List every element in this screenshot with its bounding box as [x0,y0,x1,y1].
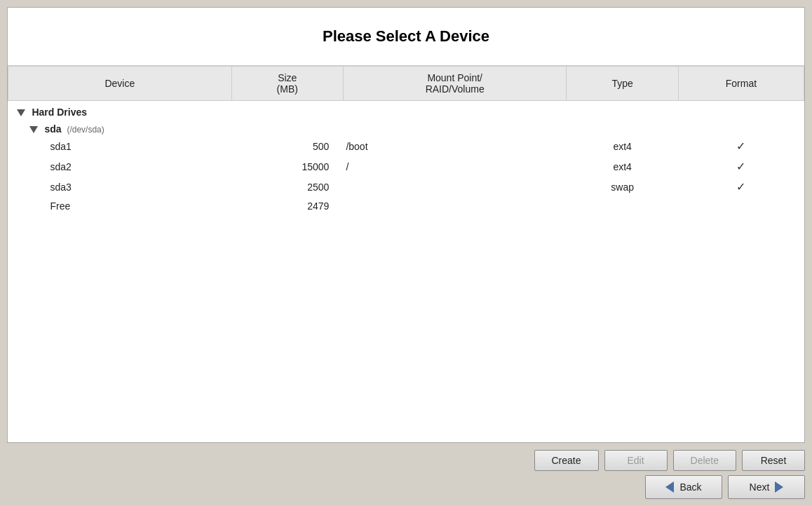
col-header-size: Size(MB) [231,67,343,101]
sda2-size: 15000 [231,156,343,177]
back-button[interactable]: Back [645,475,722,499]
delete-button[interactable]: Delete [673,450,736,471]
partition-sda2-row[interactable]: sda2 15000 / ext4 ✓ [8,156,804,177]
sda1-size: 500 [231,136,343,156]
free-space-row[interactable]: Free 2479 [8,197,804,215]
free-label: Free [8,197,232,215]
drive-sda-row[interactable]: sda (/dev/sda) [8,121,804,136]
next-arrow-icon [775,481,783,493]
partition-sda1-row[interactable]: sda1 500 /boot ext4 ✓ [8,136,804,156]
table-header-row: Device Size(MB) Mount Point/RAID/Volume … [8,67,804,101]
edit-button[interactable]: Edit [604,450,668,471]
next-label: Next [750,481,770,493]
drive-sda-name: sda [44,123,61,135]
drive-sda-path: (/dev/sda) [67,125,104,135]
sda3-mount [343,177,567,197]
group-label: Hard Drives [32,107,87,118]
col-header-type: Type [567,67,678,101]
create-button[interactable]: Create [534,450,599,471]
free-format [678,197,804,215]
content-area: Please Select A Device Device Size(MB) M… [7,7,805,443]
sda3-name: sda3 [8,177,232,197]
sda1-format: ✓ [678,136,804,156]
sda1-mount: /boot [343,136,567,156]
sda2-format: ✓ [678,156,804,177]
col-header-device: Device [8,67,232,101]
back-label: Back [679,481,701,493]
sda3-format: ✓ [678,177,804,197]
device-table: Device Size(MB) Mount Point/RAID/Volume … [8,66,804,215]
next-button[interactable]: Next [728,475,805,499]
col-header-format: Format [678,67,804,101]
sda1-type: ext4 [567,136,678,156]
table-area: Device Size(MB) Mount Point/RAID/Volume … [8,66,804,442]
sda3-type: swap [567,177,678,197]
page-title: Please Select A Device [8,8,804,66]
action-buttons: Create Edit Delete Reset [7,450,805,471]
sda1-name: sda1 [8,136,232,156]
free-mount [343,197,567,215]
bottom-bar: Create Edit Delete Reset Back Next [0,443,812,506]
sda2-mount: / [343,156,567,177]
collapse-sda-icon[interactable] [29,126,38,133]
collapse-hard-drives-icon[interactable] [17,109,25,116]
sda2-type: ext4 [567,156,678,177]
main-container: Please Select A Device Device Size(MB) M… [0,0,812,506]
partition-sda3-row[interactable]: sda3 2500 swap ✓ [8,177,804,197]
sda3-size: 2500 [231,177,343,197]
free-size: 2479 [231,197,343,215]
col-header-mount: Mount Point/RAID/Volume [343,67,567,101]
nav-buttons: Back Next [7,475,805,499]
free-type [567,197,678,215]
reset-button[interactable]: Reset [742,450,805,471]
sda2-name: sda2 [8,156,232,177]
group-hard-drives[interactable]: Hard Drives [8,101,804,121]
back-arrow-icon [665,481,674,493]
